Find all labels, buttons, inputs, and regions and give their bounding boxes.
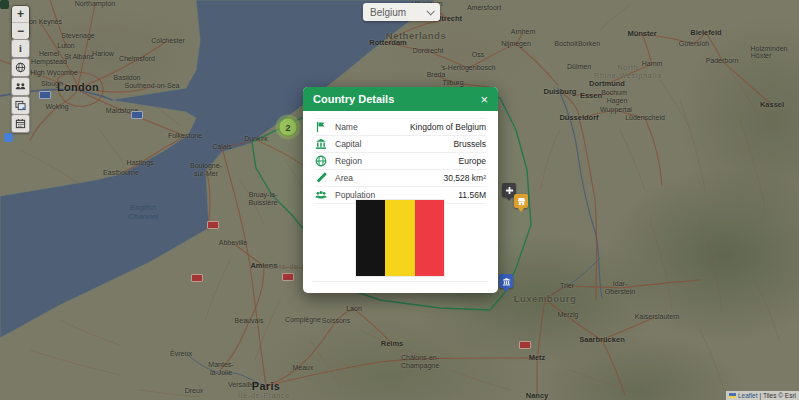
country-details-panel: Country Details × Name Kingdom of Belgiu… xyxy=(303,87,498,293)
flag-icon xyxy=(315,121,329,133)
panel-rows: Name Kingdom of Belgium Capital Brussels… xyxy=(315,118,486,204)
panel-divider xyxy=(313,281,488,282)
zoom-control: + − xyxy=(11,5,30,40)
panel-header: Country Details × xyxy=(303,87,498,111)
zoom-out-button[interactable]: − xyxy=(12,22,29,39)
calendar-button[interactable] xyxy=(11,114,30,133)
mini-map-marker[interactable] xyxy=(0,0,9,9)
belgium-flag xyxy=(356,200,444,276)
flag-stripe xyxy=(385,200,414,276)
photos-button[interactable] xyxy=(11,96,30,115)
mini-map-marker[interactable] xyxy=(4,133,13,142)
globe-icon xyxy=(315,155,329,167)
globe-icon xyxy=(15,62,26,73)
photos-icon xyxy=(15,100,26,111)
leaflet-link[interactable]: Leaflet xyxy=(738,392,758,399)
calendar-icon xyxy=(15,118,26,129)
people-icon xyxy=(315,189,329,201)
zoom-in-button[interactable]: + xyxy=(12,6,29,22)
detail-row-area: Area 30,528 km² xyxy=(315,170,486,187)
detail-row-name: Name Kingdom of Belgium xyxy=(315,118,486,136)
map-application: NorthamptonMilton KeynesStevenageLutonCo… xyxy=(0,0,799,400)
seine-river xyxy=(185,352,266,386)
marker-cluster[interactable]: 2 xyxy=(279,118,298,137)
pencil-icon xyxy=(315,172,329,184)
flag-stripe xyxy=(415,200,444,276)
bank-icon xyxy=(315,138,329,150)
building-pin-marker[interactable] xyxy=(499,274,513,288)
country-select[interactable]: Belgium xyxy=(363,3,440,21)
close-icon[interactable]: × xyxy=(480,93,488,106)
rhine-river xyxy=(558,88,602,298)
ukraine-flag-icon xyxy=(729,393,736,398)
tiles-credit: | Tiles © Esri xyxy=(760,392,796,399)
globe-button[interactable] xyxy=(11,58,30,77)
panel-title: Country Details xyxy=(313,93,480,105)
users-icon xyxy=(15,81,26,92)
flag-stripe xyxy=(356,200,385,276)
country-select-value: Belgium xyxy=(370,7,427,18)
info-icon: i xyxy=(19,43,22,54)
moselle-river xyxy=(545,258,600,299)
map-attribution: Leaflet | Tiles © Esri xyxy=(726,391,799,400)
chevron-down-icon xyxy=(426,7,434,15)
shop-pin-marker[interactable] xyxy=(514,194,528,208)
users-button[interactable] xyxy=(11,77,30,96)
detail-row-capital: Capital Brussels xyxy=(315,136,486,153)
detail-row-region: Region Europe xyxy=(315,153,486,170)
info-button[interactable]: i xyxy=(11,39,30,58)
